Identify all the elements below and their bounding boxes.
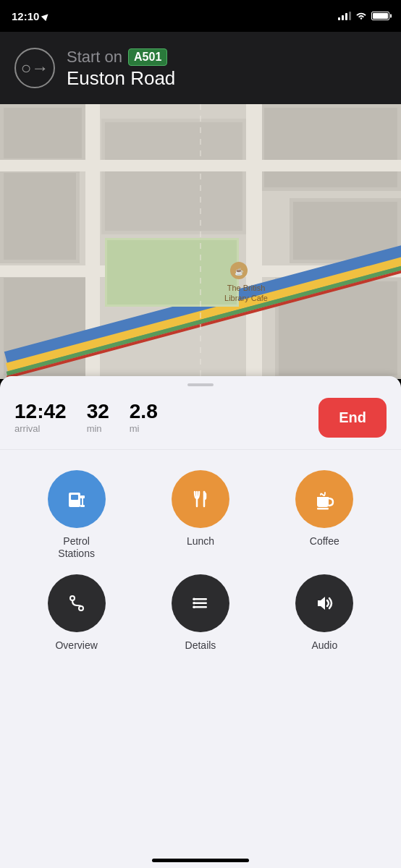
- overview-icon: [63, 590, 90, 617]
- svg-text:☕: ☕: [235, 267, 244, 276]
- actions-row1: PetrolStations Lunch: [0, 450, 401, 566]
- svg-rect-4: [4, 173, 76, 260]
- svg-text:The British: The British: [227, 284, 266, 292]
- coffee-circle: [295, 470, 353, 528]
- svg-rect-8: [264, 108, 397, 187]
- svg-rect-34: [80, 505, 85, 507]
- arrival-label: arrival: [14, 423, 67, 434]
- svg-text:Library Cafe: Library Cafe: [224, 294, 268, 302]
- nav-text: Start on A501 Euston Road: [67, 48, 175, 89]
- eta-row: 12:42 arrival 32 min 2.8 mi End: [0, 398, 401, 450]
- svg-marker-46: [318, 597, 325, 610]
- time-display: 12:10: [12, 10, 39, 22]
- svg-rect-40: [194, 598, 207, 600]
- overview-item[interactable]: Overview: [30, 574, 124, 652]
- bottom-panel: 12:42 arrival 32 min 2.8 mi End: [0, 376, 401, 868]
- lunch-label: Lunch: [187, 535, 214, 548]
- details-item[interactable]: Details: [153, 574, 248, 652]
- direction-arrow-icon: ○→: [21, 58, 49, 78]
- coffee-cup-icon: [311, 485, 338, 513]
- coffee-label: Coffee: [310, 535, 339, 548]
- distance-value: 2.8: [130, 401, 158, 422]
- status-time: 12:10 ▶: [12, 10, 48, 22]
- signal-icon: [338, 12, 351, 20]
- svg-point-44: [193, 601, 195, 604]
- road-name: Euston Road: [67, 68, 175, 89]
- svg-point-43: [193, 597, 195, 600]
- svg-rect-37: [317, 508, 329, 510]
- svg-rect-42: [194, 606, 207, 608]
- audio-label: Audio: [311, 639, 337, 652]
- svg-rect-33: [82, 498, 83, 506]
- map-svg: ☕ The British Library Cafe: [0, 104, 401, 379]
- distance-item: 2.8 mi: [130, 401, 158, 434]
- lunch-icon: [187, 485, 214, 513]
- minutes-item: 32 min: [87, 401, 109, 434]
- road-badge: A501: [128, 48, 167, 66]
- lunch-item[interactable]: Lunch: [153, 470, 248, 560]
- status-icons: [338, 12, 389, 20]
- lunch-circle: [172, 470, 229, 528]
- coffee-item[interactable]: Coffee: [277, 470, 371, 560]
- audio-circle: [295, 574, 353, 632]
- svg-point-45: [193, 605, 195, 608]
- end-button[interactable]: End: [318, 398, 387, 438]
- location-arrow-icon: ▶: [40, 11, 51, 22]
- audio-item[interactable]: Audio: [277, 574, 371, 652]
- wifi-icon: [355, 12, 367, 20]
- petrol-stations-circle: [48, 470, 106, 528]
- details-label: Details: [185, 639, 216, 652]
- petrol-label: PetrolStations: [58, 535, 95, 560]
- overview-circle: [48, 574, 106, 632]
- nav-header: ○→ Start on A501 Euston Road: [0, 32, 401, 104]
- nav-instruction-line1: Start on A501: [67, 48, 175, 67]
- petrol-stations-item[interactable]: PetrolStations: [30, 470, 124, 560]
- home-indicator: [152, 859, 249, 862]
- petrol-icon: [63, 485, 90, 513]
- battery-icon: [371, 12, 389, 20]
- minutes-label: min: [87, 423, 109, 434]
- svg-rect-14: [105, 122, 242, 231]
- overview-label: Overview: [55, 639, 97, 652]
- arrival-time-value: 12:42: [14, 401, 67, 422]
- actions-row2: Overview Details: [0, 566, 401, 666]
- svg-rect-31: [71, 495, 78, 500]
- audio-icon: [311, 590, 338, 617]
- details-circle: [172, 574, 229, 632]
- details-icon: [187, 590, 214, 617]
- distance-label: mi: [130, 423, 158, 434]
- map-area[interactable]: ☕ The British Library Cafe: [0, 104, 401, 379]
- minutes-value: 32: [87, 401, 109, 422]
- svg-rect-24: [107, 240, 237, 305]
- svg-rect-18: [246, 104, 262, 379]
- arrival-time-item: 12:42 arrival: [14, 401, 67, 434]
- direction-icon: ○→: [14, 48, 55, 88]
- svg-rect-2: [4, 108, 82, 158]
- status-bar: 12:10 ▶: [0, 0, 401, 32]
- svg-rect-41: [194, 602, 207, 604]
- start-on-label: Start on: [67, 48, 122, 67]
- svg-rect-32: [80, 495, 85, 498]
- drag-handle[interactable]: [187, 383, 214, 386]
